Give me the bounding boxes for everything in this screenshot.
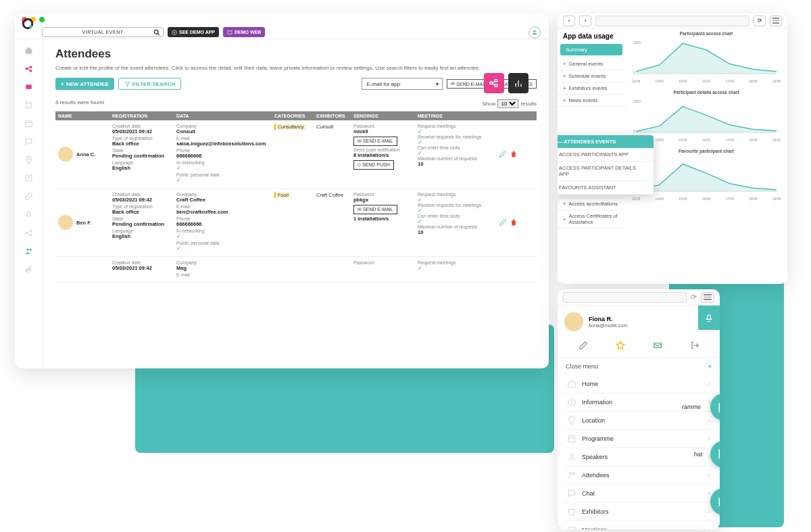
category-tag: Consultancy [274, 124, 306, 130]
table-row[interactable]: Creation date05/03/2021 09:42 CompanyMag… [55, 257, 537, 283]
delete-icon[interactable] [510, 150, 518, 158]
meetings-icon [567, 525, 576, 529]
chevron-right-icon: › [708, 435, 710, 442]
table-row[interactable]: Anna C. Creation date05/03/2021 09:42 Ty… [55, 120, 537, 189]
email-tab[interactable] [653, 341, 662, 352]
badges-icon[interactable] [24, 82, 33, 91]
close-menu-label: Close menu [566, 363, 598, 370]
analytics-item[interactable]: Schedule events [558, 70, 625, 82]
back-button[interactable]: ‹ [563, 16, 575, 26]
svg-text:0: 0 [633, 129, 635, 133]
attendees-events-popup: — ATTENDEES EVENTS ACCESS PARTICIPANTS A… [558, 135, 654, 195]
mobile-menu-button[interactable] [701, 292, 714, 303]
svg-rect-8 [26, 68, 28, 70]
chevron-right-icon: › [708, 490, 710, 497]
mobile-url-bar[interactable] [563, 292, 687, 303]
popup-item[interactable]: ACCESS PARTICIPANTS APP [558, 148, 654, 162]
forward-button[interactable]: › [579, 16, 591, 26]
logo-icon [22, 18, 34, 30]
chat-icon[interactable] [24, 137, 33, 146]
attendee-name: Anna C. [76, 151, 95, 158]
menu-button[interactable] [770, 16, 782, 26]
menu-item-meetings[interactable]: Meetings› [564, 521, 713, 529]
analytics-item[interactable]: News events [558, 95, 625, 107]
chart-title: Participants access chart [628, 31, 785, 36]
attendees-window: VIRTUAL EVENT SEE DEMO APP DEMO WEB [15, 14, 549, 368]
table-row[interactable]: Ben F. Creation date05/03/2021 09:42 Typ… [55, 189, 537, 257]
delete-icon[interactable] [510, 218, 518, 226]
edit-icon[interactable] [499, 218, 507, 226]
news-icon[interactable] [24, 174, 33, 183]
svg-text:19/09: 19/09 [772, 197, 781, 201]
reload-button[interactable]: ⟳ [754, 16, 766, 26]
menu-label: Chat [582, 490, 595, 497]
page-size-select[interactable]: 10 [497, 99, 518, 108]
avatar [58, 215, 73, 230]
svg-rect-28 [495, 80, 497, 82]
demo-web-button[interactable]: DEMO WEB [223, 27, 265, 37]
link-icon[interactable] [24, 192, 33, 201]
see-demo-app-button[interactable]: SEE DEMO APP [168, 27, 219, 37]
speakers-icon [567, 452, 576, 462]
svg-text:0: 0 [633, 70, 635, 74]
analytics-item[interactable]: General events [558, 58, 625, 70]
popup-item[interactable]: FAVOURITE ASSISTANT [558, 181, 654, 195]
notifications-button[interactable] [698, 306, 720, 330]
home-icon[interactable] [24, 46, 33, 55]
attendees-icon[interactable] [24, 64, 33, 73]
menu-item-chat[interactable]: Chat› [564, 485, 713, 503]
analytics-item[interactable]: Access Certificates of Assistance [558, 210, 625, 228]
avatar [58, 147, 73, 162]
send-email-button[interactable]: ✉ SEND E-MAIL [353, 137, 397, 146]
page-subtitle: Create or edit the profile of the event … [55, 65, 537, 71]
chevron-right-icon: › [708, 508, 710, 515]
summary-item[interactable]: Summary [560, 44, 622, 55]
qa-tree-button[interactable] [484, 73, 504, 93]
new-attendee-button[interactable]: + NEW ATTENDEE [55, 78, 114, 90]
bell-icon[interactable] [24, 210, 33, 219]
max-dot[interactable] [39, 17, 45, 22]
exhibitors-icon[interactable] [24, 101, 33, 110]
svg-point-73 [572, 473, 575, 475]
menu-item-home[interactable]: Home› [564, 375, 713, 393]
menu-item-exhibitors[interactable]: Exhibitors› [564, 503, 713, 521]
share-icon[interactable] [24, 228, 33, 237]
home-icon [567, 379, 576, 389]
favorite-tab[interactable] [616, 341, 625, 352]
filter-search-button[interactable]: FILTER SEARCH [118, 78, 181, 90]
top-bar: VIRTUAL EVENT SEE DEMO APP DEMO WEB [15, 26, 549, 39]
popup-item[interactable]: ACCESS PARTICIPANT DETAILS APP [558, 162, 654, 181]
menu-item-attendees[interactable]: Attendees› [564, 466, 713, 485]
calendar-icon[interactable] [24, 119, 33, 128]
svg-rect-14 [26, 121, 32, 127]
logout-tab[interactable] [690, 341, 699, 352]
menu-item-speakers[interactable]: Speakers› [564, 448, 713, 466]
location-icon[interactable] [24, 155, 33, 164]
send-email-button[interactable]: ✉ SEND E-MAIL [353, 205, 397, 214]
edit-icon[interactable] [499, 150, 507, 158]
svg-text:15/09: 15/09 [679, 197, 687, 201]
menu-item-location[interactable]: Location› [564, 412, 713, 430]
svg-point-16 [28, 158, 29, 160]
svg-text:18/09: 18/09 [749, 197, 758, 201]
svg-line-23 [27, 231, 30, 233]
qa-stats-button[interactable] [508, 73, 529, 93]
svg-point-21 [30, 230, 32, 231]
chart-title: Participant details access chart [628, 90, 785, 95]
edit-tab[interactable] [579, 341, 588, 352]
send-push-button[interactable]: ◇ SEND PUSH [353, 160, 394, 170]
reload-icon[interactable]: ⟳ [691, 293, 697, 301]
users-icon[interactable] [24, 247, 33, 256]
close-menu-button[interactable]: × [708, 363, 712, 370]
user-menu[interactable] [529, 26, 541, 39]
search-input[interactable]: VIRTUAL EVENT [42, 27, 164, 37]
chat-icon [567, 489, 576, 498]
analytics-item[interactable]: Exhibitors events [558, 82, 625, 95]
popup-header[interactable]: — ATTENDEES EVENTS [558, 135, 654, 148]
attach-icon[interactable] [24, 265, 33, 274]
menu-item-programme[interactable]: Programme› [564, 430, 713, 448]
analytics-item[interactable]: Access accreditations [558, 198, 625, 210]
url-bar[interactable] [595, 16, 749, 26]
email-type-select[interactable]: E-mail for app [362, 78, 443, 90]
profile-name: Fiona R. [589, 316, 628, 322]
